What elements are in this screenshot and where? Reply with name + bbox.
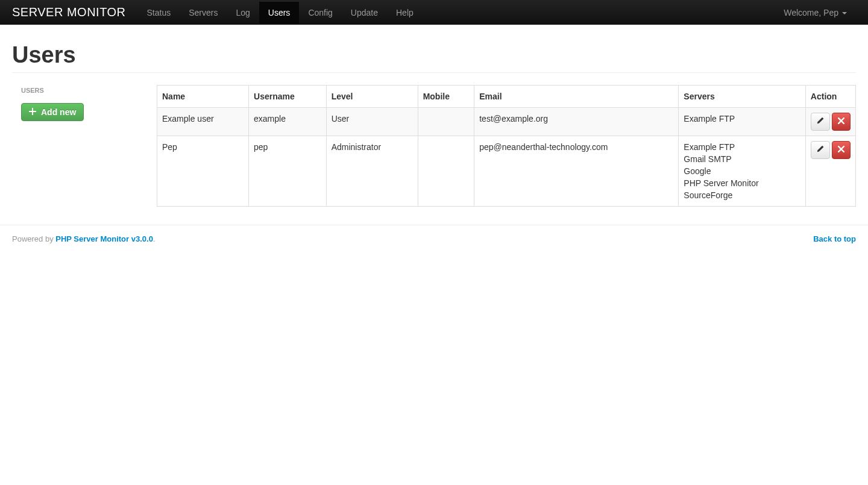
table-row: Example userexampleUsertest@example.orgE…: [157, 108, 856, 136]
nav-item-help[interactable]: Help: [387, 2, 423, 23]
th-mobile: Mobile: [418, 86, 474, 108]
caret-down-icon: [842, 8, 847, 17]
main-content: Name Username Level Mobile Email Servers…: [157, 85, 856, 207]
server-item: Example FTP: [684, 141, 800, 153]
nav-item-update[interactable]: Update: [342, 2, 387, 23]
back-to-top-link[interactable]: Back to top: [813, 234, 856, 243]
table-row: PeppepAdministratorpep@neanderthal-techn…: [157, 136, 856, 207]
cell-username: pep: [249, 136, 327, 207]
nav-main: StatusServersLogUsersConfigUpdateHelp: [138, 2, 775, 23]
navbar: SERVER MONITOR StatusServersLogUsersConf…: [0, 0, 868, 25]
nav-item-status[interactable]: Status: [138, 2, 180, 23]
pencil-icon: [817, 116, 824, 128]
cell-action: [805, 136, 855, 207]
nav-user: Welcome, Pep: [775, 2, 856, 23]
th-action: Action: [805, 86, 855, 108]
cell-mobile: [418, 136, 474, 207]
powered-suffix: .: [153, 234, 156, 243]
powered-link[interactable]: PHP Server Monitor v3.0.0: [55, 234, 153, 243]
sidebar-header: USERS: [21, 85, 145, 96]
cell-mobile: [418, 108, 474, 136]
server-item: Google: [684, 165, 800, 177]
edit-button[interactable]: [811, 113, 830, 131]
server-item: Example FTP: [684, 113, 800, 125]
th-name: Name: [157, 86, 249, 108]
server-item: SourceForge: [684, 189, 800, 201]
users-table: Name Username Level Mobile Email Servers…: [157, 85, 856, 207]
cell-level: Administrator: [326, 136, 418, 207]
brand[interactable]: SERVER MONITOR: [12, 0, 138, 25]
delete-button[interactable]: [832, 113, 851, 131]
server-item: Gmail SMTP: [684, 153, 800, 165]
cell-name: Example user: [157, 108, 249, 136]
sidebar: USERS Add new: [12, 85, 157, 207]
close-icon: [838, 116, 844, 128]
add-new-button[interactable]: Add new: [21, 103, 84, 121]
welcome-dropdown[interactable]: Welcome, Pep: [775, 2, 856, 23]
server-item: PHP Server Monitor: [684, 177, 800, 189]
powered-prefix: Powered by: [12, 234, 55, 243]
cell-email: test@example.org: [474, 108, 679, 136]
add-new-label: Add new: [41, 107, 76, 117]
welcome-label: Welcome, Pep: [784, 8, 838, 17]
th-username: Username: [249, 86, 327, 108]
cell-servers: Example FTPGmail SMTPGooglePHP Server Mo…: [679, 136, 805, 207]
edit-button[interactable]: [811, 141, 830, 159]
nav-item-servers[interactable]: Servers: [180, 2, 227, 23]
close-icon: [838, 144, 844, 156]
nav-item-config[interactable]: Config: [299, 2, 341, 23]
cell-username: example: [249, 108, 327, 136]
delete-button[interactable]: [832, 141, 851, 159]
cell-action: [805, 108, 855, 136]
cell-email: pep@neanderthal-technology.com: [474, 136, 679, 207]
footer: Powered by PHP Server Monitor v3.0.0. Ba…: [0, 225, 868, 252]
page-header: Users: [12, 25, 856, 73]
table-header-row: Name Username Level Mobile Email Servers…: [157, 86, 856, 108]
cell-servers: Example FTP: [679, 108, 805, 136]
cell-name: Pep: [157, 136, 249, 207]
page-title: Users: [12, 43, 856, 67]
plus-icon: [29, 107, 36, 117]
th-level: Level: [326, 86, 418, 108]
pencil-icon: [817, 144, 824, 156]
nav-item-log[interactable]: Log: [227, 2, 259, 23]
cell-level: User: [326, 108, 418, 136]
nav-item-users[interactable]: Users: [259, 2, 300, 23]
footer-powered: Powered by PHP Server Monitor v3.0.0.: [12, 234, 156, 243]
th-email: Email: [474, 86, 679, 108]
th-servers: Servers: [679, 86, 805, 108]
